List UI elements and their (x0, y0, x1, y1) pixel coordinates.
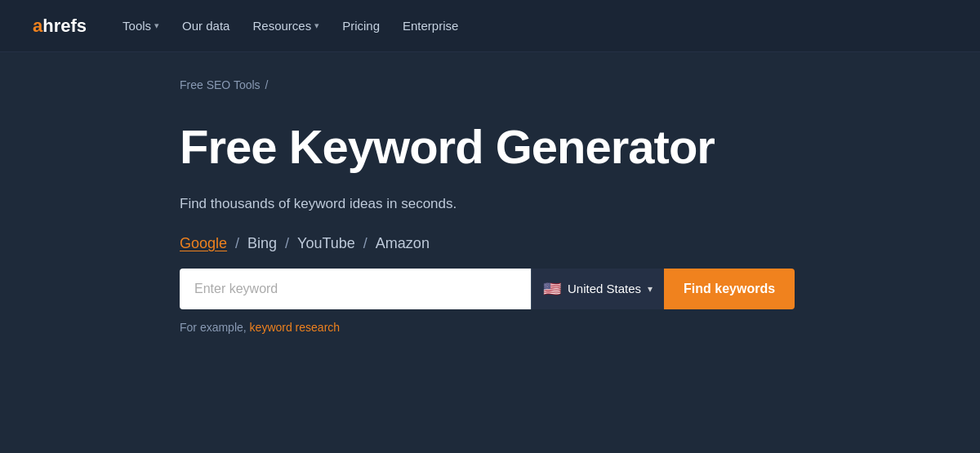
logo-a: a (33, 16, 42, 37)
breadcrumb-link[interactable]: Free SEO Tools (180, 78, 261, 91)
example-text: For example, keyword research (180, 321, 800, 334)
example-prefix: For example, (180, 321, 250, 334)
nav-item-tools-label: Tools (122, 19, 151, 33)
nav-item-ourdata[interactable]: Our data (172, 12, 239, 39)
tab-youtube[interactable]: YouTube (297, 235, 355, 252)
nav-item-ourdata-label: Our data (182, 19, 229, 33)
nav-links: Tools ▾ Our data Resources ▾ Pricing Ent… (113, 12, 468, 39)
country-select[interactable]: 🇺🇸 United States ▾ (531, 269, 664, 309)
tab-sep-2: / (285, 235, 289, 252)
nav-item-enterprise[interactable]: Enterprise (393, 12, 468, 39)
chevron-down-icon: ▾ (154, 20, 159, 31)
example-link[interactable]: keyword research (250, 321, 341, 334)
tab-sep-1: / (235, 235, 239, 252)
keyword-input[interactable] (180, 269, 531, 309)
country-name: United States (568, 282, 641, 295)
navbar: ahrefs Tools ▾ Our data Resources ▾ Pric… (0, 0, 980, 52)
nav-item-pricing-label: Pricing (342, 19, 380, 33)
tab-amazon[interactable]: Amazon (376, 235, 430, 252)
nav-item-pricing[interactable]: Pricing (332, 12, 390, 39)
find-keywords-button[interactable]: Find keywords (664, 269, 795, 309)
nav-item-enterprise-label: Enterprise (403, 19, 458, 33)
country-chevron-icon: ▾ (648, 283, 653, 295)
logo[interactable]: ahrefs (33, 16, 87, 37)
main-content: Free SEO Tools / Free Keyword Generator … (0, 52, 980, 334)
page-title: Free Keyword Generator (180, 121, 800, 173)
tab-google[interactable]: Google (180, 235, 227, 252)
nav-item-resources-label: Resources (252, 19, 311, 33)
chevron-down-icon-2: ▾ (314, 20, 319, 31)
logo-hrefs: hrefs (42, 16, 87, 37)
breadcrumb-separator: / (265, 78, 269, 91)
breadcrumb: Free SEO Tools / (180, 78, 800, 91)
tab-bing[interactable]: Bing (247, 235, 277, 252)
engine-tabs: Google / Bing / YouTube / Amazon (180, 235, 800, 252)
tab-sep-3: / (363, 235, 368, 252)
country-flag-icon: 🇺🇸 (543, 280, 561, 298)
search-row: 🇺🇸 United States ▾ Find keywords (180, 269, 800, 309)
subtitle: Find thousands of keyword ideas in secon… (180, 196, 800, 212)
nav-item-resources[interactable]: Resources ▾ (243, 12, 329, 39)
nav-item-tools[interactable]: Tools ▾ (113, 12, 169, 39)
